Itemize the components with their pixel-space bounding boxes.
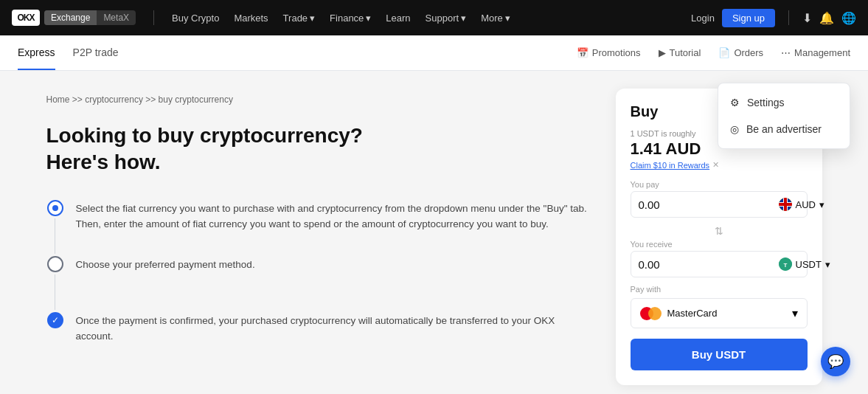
sub-navigation: Express P2P trade 📅 Promotions ▶ Tutoria… xyxy=(0,35,868,71)
chevron-down-icon: ▾ xyxy=(366,13,371,24)
mastercard-yellow-circle xyxy=(648,307,662,320)
nav-support[interactable]: Support ▾ xyxy=(420,10,473,27)
nav-more[interactable]: More ▾ xyxy=(475,10,516,27)
orders-link[interactable]: 📄 Orders xyxy=(718,47,763,58)
step-2-text: Choose your preferred payment method. xyxy=(76,257,592,273)
top-navigation: OKX Exchange MetaX Buy Crypto Markets Tr… xyxy=(0,0,868,35)
you-pay-label: You pay xyxy=(631,180,808,189)
you-receive-label: You receive xyxy=(631,240,808,249)
exchange-icon: ⇅ xyxy=(715,225,723,237)
breadcrumb: Home >> cryptocurrency >> buy cryptocurr… xyxy=(46,94,592,105)
tutorial-link[interactable]: ▶ Tutorial xyxy=(659,47,701,58)
settings-menu-item[interactable]: ⚙ Settings xyxy=(718,89,850,116)
globe-icon[interactable]: 🌐 xyxy=(841,11,856,25)
logo-text: OKX xyxy=(17,13,34,23)
chevron-down-icon: ▾ xyxy=(310,13,315,24)
tab-express[interactable]: Express xyxy=(18,36,55,70)
heading-line1: Looking to buy cryptocurrency? xyxy=(46,122,592,149)
close-claim-icon[interactable]: ✕ xyxy=(712,160,719,170)
pay-currency-label: AUD xyxy=(796,199,816,210)
management-dropdown: ⚙ Settings ◎ Be an advertiser xyxy=(718,83,850,149)
metax-tab[interactable]: MetaX xyxy=(97,10,136,25)
pay-with-left: MasterCard xyxy=(640,307,718,320)
step-3-content: Once the payment is confirmed, your purc… xyxy=(76,312,592,362)
chevron-down-icon: ▾ xyxy=(505,13,510,24)
you-pay-field: You pay AUD ▾ xyxy=(631,180,808,218)
nav-buy-crypto[interactable]: Buy Crypto xyxy=(166,10,225,27)
promotions-link[interactable]: 📅 Promotions xyxy=(577,47,641,58)
chat-bubble[interactable]: 💬 xyxy=(821,347,850,376)
exchange-tab[interactable]: Exchange xyxy=(44,10,97,25)
calendar-icon: 📅 xyxy=(577,47,588,58)
main-nav-links: Buy Crypto Markets Trade ▾ Finance ▾ Lea… xyxy=(166,10,685,27)
pay-chevron-icon: ▾ xyxy=(819,199,824,210)
gear-icon: ⚙ xyxy=(730,97,740,108)
exchange-metax-toggle[interactable]: Exchange MetaX xyxy=(44,10,136,25)
you-receive-field: You receive T USDT ▾ xyxy=(631,240,808,277)
step-1-text: Select the fiat currency you want to pur… xyxy=(76,201,592,232)
mastercard-icon xyxy=(640,307,662,320)
step-2-circle xyxy=(47,256,63,272)
pay-with-chevron-icon: ▾ xyxy=(792,306,798,320)
step-3-text: Once the payment is confirmed, your purc… xyxy=(76,313,592,345)
you-pay-input[interactable] xyxy=(639,198,779,211)
be-advertiser-menu-item[interactable]: ◎ Be an advertiser xyxy=(718,116,850,142)
receive-currency-selector[interactable]: T USDT ▾ xyxy=(779,258,830,271)
pay-with-method-label: MasterCard xyxy=(667,308,718,319)
pay-with-selector[interactable]: MasterCard ▾ xyxy=(631,298,808,328)
svg-text:T: T xyxy=(783,262,787,269)
steps-list: Select the fiat currency you want to pur… xyxy=(46,200,592,362)
you-pay-input-row[interactable]: AUD ▾ xyxy=(631,191,808,218)
step-3-indicator: ✓ xyxy=(46,312,64,362)
nav-finance[interactable]: Finance ▾ xyxy=(324,10,377,27)
logo-area: OKX Exchange MetaX xyxy=(12,10,136,26)
svg-rect-4 xyxy=(784,198,787,211)
you-receive-input-row[interactable]: T USDT ▾ xyxy=(631,251,808,277)
receive-chevron-icon: ▾ xyxy=(825,259,830,270)
aud-flag xyxy=(779,198,792,211)
step-2-indicator xyxy=(46,256,64,312)
nav-divider xyxy=(153,10,154,25)
step-1-indicator xyxy=(46,200,64,256)
usdt-icon: T xyxy=(779,258,792,271)
login-button[interactable]: Login xyxy=(691,13,715,24)
step-1-content: Select the fiat currency you want to pur… xyxy=(76,200,592,256)
heading-line2: Here's how. xyxy=(46,149,592,176)
bell-icon[interactable]: 🔔 xyxy=(819,11,834,25)
sub-nav-right-links: 📅 Promotions ▶ Tutorial 📄 Orders ⋯ Manag… xyxy=(577,47,850,58)
left-panel: Home >> cryptocurrency >> buy cryptocurr… xyxy=(46,89,592,385)
dots-icon: ⋯ xyxy=(781,47,791,58)
download-icon[interactable]: ⬇ xyxy=(802,11,812,25)
sub-nav-tabs: Express P2P trade xyxy=(18,36,577,70)
pay-currency-selector[interactable]: AUD ▾ xyxy=(779,198,824,211)
management-button[interactable]: ⋯ Management ⚙ Settings ◎ Be an advertis… xyxy=(781,47,850,58)
nav-right-divider xyxy=(788,10,789,25)
top-nav-right: Login Sign up ⬇ 🔔 🌐 xyxy=(691,9,856,27)
step-3-circle: ✓ xyxy=(47,312,63,328)
nav-markets[interactable]: Markets xyxy=(228,10,274,27)
main-heading: Looking to buy cryptocurrency? Here's ho… xyxy=(46,122,592,176)
step-1-circle xyxy=(47,200,63,216)
signup-button[interactable]: Sign up xyxy=(722,9,775,27)
you-receive-input[interactable] xyxy=(639,258,779,271)
receive-currency-label: USDT xyxy=(796,259,822,270)
step-item: Choose your preferred payment method. xyxy=(46,256,592,312)
okx-logo: OKX xyxy=(12,10,40,26)
play-icon: ▶ xyxy=(659,47,666,58)
document-icon: 📄 xyxy=(718,47,730,58)
exchange-arrow: ⇅ xyxy=(631,225,808,237)
step-item: Select the fiat currency you want to pur… xyxy=(46,200,592,256)
chat-icon: 💬 xyxy=(827,353,844,370)
nav-trade[interactable]: Trade ▾ xyxy=(277,10,321,27)
tab-p2p-trade[interactable]: P2P trade xyxy=(73,36,119,70)
step-item: ✓ Once the payment is confirmed, your pu… xyxy=(46,312,592,362)
nav-learn[interactable]: Learn xyxy=(380,10,416,27)
chevron-down-icon: ▾ xyxy=(461,13,466,24)
step-line xyxy=(55,218,55,254)
pay-with-label: Pay with xyxy=(631,285,808,294)
claim-text[interactable]: Claim $10 in Rewards xyxy=(631,161,710,170)
step-line xyxy=(55,274,55,310)
advertiser-icon: ◎ xyxy=(730,123,739,135)
buy-button[interactable]: Buy USDT xyxy=(631,339,808,370)
rate-sub: Claim $10 in Rewards ✕ xyxy=(631,160,808,170)
